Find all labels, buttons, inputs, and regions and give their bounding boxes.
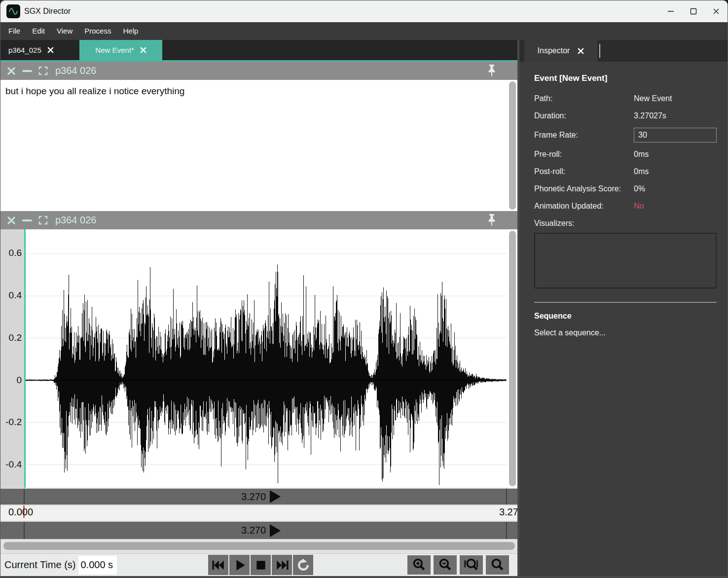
window-close-button[interactable]	[705, 0, 728, 22]
play-button[interactable]	[229, 555, 250, 575]
waveform-vertical-scrollbar[interactable]	[509, 231, 516, 486]
window-maximize-button[interactable]	[682, 0, 705, 22]
loop-icon	[296, 558, 311, 573]
tab-label: New Event*	[95, 46, 134, 54]
zoom-in-icon	[412, 558, 427, 573]
skip-to-start-icon	[211, 559, 226, 572]
app-window: SGX Director File Edit View Process Help…	[0, 0, 728, 578]
window-minimize-button[interactable]	[659, 0, 682, 22]
tab-label: p364_025	[8, 46, 41, 54]
zoom-icon	[490, 558, 505, 573]
play-icon	[233, 558, 247, 572]
y-tick: 0.4	[1, 290, 22, 301]
zoom-out-icon	[438, 558, 453, 573]
tab-close-icon[interactable]	[578, 48, 584, 54]
field-value: 3.27027s	[634, 111, 666, 120]
ruler-start-time: 0.000	[8, 506, 33, 518]
range-slider-bottom[interactable]: 3.270	[0, 522, 517, 539]
stop-icon	[255, 559, 267, 572]
field-label: Duration:	[534, 111, 634, 120]
zoom-selection-icon	[464, 558, 479, 573]
transcript-panel-title: p364 026	[55, 65, 96, 76]
field-label: Path:	[534, 94, 634, 103]
range-duration-value: 3.270	[241, 525, 266, 536]
tab-close-icon[interactable]	[47, 47, 54, 53]
waveform-plot[interactable]	[24, 229, 507, 488]
range-handle-end[interactable]	[506, 489, 507, 505]
tab-close-icon[interactable]	[140, 47, 146, 53]
time-ruler[interactable]: 0.000 3.270	[0, 506, 517, 521]
range-handle-start[interactable]	[24, 522, 25, 539]
timeline-horizontal-scrollbar[interactable]	[0, 539, 517, 553]
stop-button[interactable]	[251, 555, 271, 575]
menu-view[interactable]: View	[51, 22, 78, 40]
panel-close-icon[interactable]	[7, 67, 16, 75]
transcript-panel-header: p364 026	[0, 62, 517, 80]
menu-process[interactable]: Process	[78, 22, 117, 40]
transport-bar: Current Time (s)	[0, 553, 517, 576]
document-tab-bar: p364_025 New Event*	[0, 40, 517, 62]
field-label: Frame Rate:	[534, 131, 634, 140]
field-label: Animation Updated:	[534, 202, 634, 211]
range-duration-value: 3.270	[241, 491, 266, 503]
zoom-out-button[interactable]	[434, 555, 457, 575]
field-row-duration: Duration: 3.27027s	[534, 110, 717, 121]
loop-button[interactable]	[293, 555, 313, 575]
horizontal-scrollbar-thumb[interactable]	[3, 542, 515, 550]
tab-new-event[interactable]: New Event*	[79, 40, 162, 60]
panel-maximize-icon[interactable]	[38, 216, 48, 225]
field-label: Visualizers:	[534, 219, 634, 228]
skip-to-end-button[interactable]	[272, 555, 292, 575]
current-time-input[interactable]	[78, 556, 117, 575]
inspector-panel: Event [New Event] Path: New Event Durati…	[519, 62, 728, 576]
zoom-button[interactable]	[486, 555, 509, 575]
panel-close-icon[interactable]	[7, 216, 16, 225]
panel-maximize-icon[interactable]	[38, 66, 48, 75]
field-value: 0ms	[634, 167, 649, 176]
transcript-vertical-scrollbar[interactable]	[509, 81, 516, 210]
tab-p364-025[interactable]: p364_025	[0, 40, 79, 60]
field-row-visualizers: Visualizers:	[534, 218, 717, 229]
range-handle-end[interactable]	[506, 522, 507, 539]
inspector-tab-separator	[599, 44, 600, 58]
sequence-placeholder: Select a sequence...	[534, 328, 717, 337]
menu-file[interactable]: File	[2, 22, 26, 40]
inspector-tab-label: Inspector	[538, 46, 570, 55]
y-tick: 0.2	[1, 332, 22, 343]
tab-inspector[interactable]: Inspector	[524, 40, 597, 62]
field-row-post-roll: Post-roll: 0ms	[534, 166, 717, 177]
waveform-view: 0.6 0.4 0.2 0 -0.2 -0.4	[0, 229, 517, 488]
y-tick: -0.4	[1, 459, 22, 470]
skip-to-end-icon	[275, 559, 290, 572]
field-row-animation-updated: Animation Updated: No	[534, 201, 717, 212]
current-time-label: Current Time (s)	[4, 559, 75, 571]
skip-to-start-button[interactable]	[208, 555, 228, 575]
range-slider-top[interactable]: 3.270	[0, 489, 517, 505]
field-row-pre-roll: Pre-roll: 0ms	[534, 149, 717, 160]
zoom-in-button[interactable]	[407, 555, 431, 575]
ruler-end-time: 3.270	[499, 506, 517, 518]
playhead-line[interactable]	[24, 229, 26, 488]
inspector-tab-bar: Inspector	[519, 40, 728, 62]
y-tick: 0.6	[1, 248, 22, 258]
field-value: New Event	[634, 94, 672, 103]
pin-icon[interactable]	[486, 64, 498, 80]
transcript-editor[interactable]: but i hope you all realize i notice ever…	[0, 80, 517, 211]
menu-edit[interactable]: Edit	[26, 22, 51, 40]
range-handle-start[interactable]	[24, 489, 25, 505]
inspector-heading: Event [New Event]	[534, 73, 717, 83]
field-label: Pre-roll:	[534, 150, 634, 159]
play-icon[interactable]	[270, 524, 281, 537]
sequence-heading: Sequence	[534, 312, 717, 321]
field-row-frame-rate: Frame Rate:	[534, 128, 717, 143]
play-icon[interactable]	[270, 490, 281, 503]
zoom-selection-button[interactable]	[460, 555, 483, 575]
pin-icon[interactable]	[486, 213, 498, 230]
panel-minimize-icon[interactable]	[22, 67, 32, 75]
visualizers-list[interactable]	[534, 233, 717, 289]
menu-help[interactable]: Help	[117, 22, 144, 40]
waveform-panel-title: p364 026	[55, 215, 96, 226]
frame-rate-input[interactable]	[634, 128, 717, 143]
inspector-divider	[534, 302, 717, 303]
panel-minimize-icon[interactable]	[22, 216, 32, 225]
